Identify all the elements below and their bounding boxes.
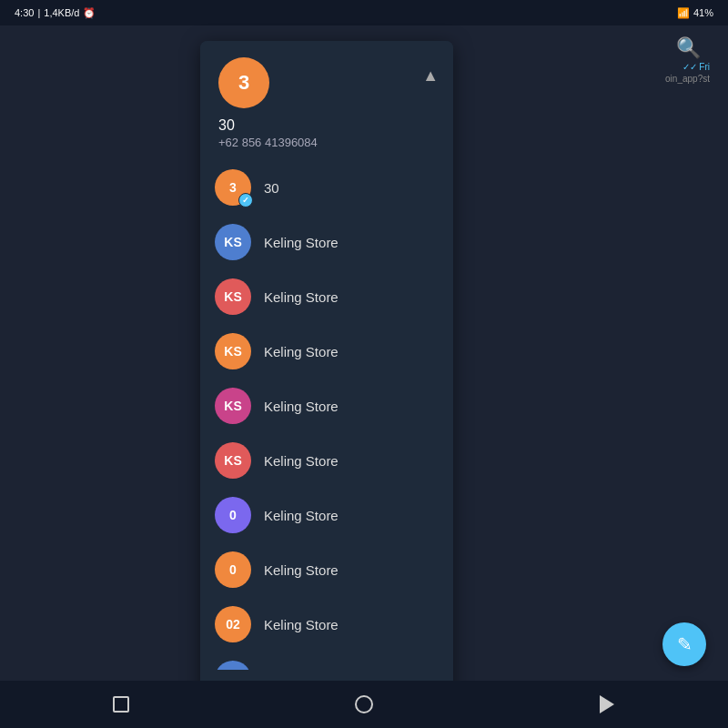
account-avatar: KS [215,388,251,424]
account-avatar: KS [215,224,251,260]
battery-label: 41% [693,7,713,18]
account-avatar: KS [215,442,251,479]
account-switcher-panel: 3 30 +62 856 41396084 ▲ 3✓30KSKeling Sto… [200,41,453,728]
account-avatar: KS [215,278,251,315]
account-name-label: Keling Store [264,289,339,305]
account-item[interactable]: 0Keling Store [200,488,453,542]
circle-icon [355,695,373,713]
account-item[interactable]: 0Keling Store [200,542,453,597]
accounts-list: 3✓30KSKeling StoreKSKeling StoreKSKeling… [200,160,453,670]
chevron-up-icon[interactable]: ▲ [422,66,439,86]
time-label: 4:30 [15,7,34,18]
network-speed: 1,4KB/d [44,7,79,18]
account-name-label: Keling Store [264,508,339,523]
active-check-badge: ✓ [238,193,253,207]
status-right: 📶 41% [677,7,713,19]
account-name-label: Keling Store [264,562,339,578]
status-bar: 4:30 | 1,4KB/d ⏰ 📶 41% [0,0,728,25]
search-icon[interactable]: 🔍 [676,36,701,60]
account-item[interactable]: KSKeling Store [200,324,453,379]
account-item[interactable]: KSKeling Store [200,379,453,433]
account-name-label: Keling Store [264,453,339,469]
account-name-label: 30 [264,180,279,196]
network-label: | [37,7,40,18]
account-name-label: Keling Store [264,235,339,250]
account-avatar: 01 [215,661,251,670]
account-name-label: Keling Store [264,344,339,359]
account-item[interactable]: KSKeling Store [200,269,453,324]
account-avatar: 0 [215,551,251,588]
square-icon [113,696,129,713]
account-name-label: Keling Store [264,399,339,414]
account-item[interactable]: 01Keling Store [200,652,453,670]
nav-recents-button[interactable] [594,692,620,717]
nav-back-button[interactable] [351,692,377,717]
current-account-phone: +62 856 41396084 [218,136,435,149]
account-item[interactable]: 02Keling Store [200,597,453,652]
nav-home-button[interactable] [108,692,134,717]
account-name-label: Keling Store [264,617,339,632]
status-left: 4:30 | 1,4KB/d ⏰ [15,7,96,19]
chat-date: ✓✓ Fri [665,62,710,72]
chat-message-preview: oin_app?st [665,74,710,84]
account-avatar: 0 [215,497,251,533]
account-item[interactable]: 3✓30 [200,160,453,215]
panel-header: 3 30 +62 856 41396084 ▲ [200,41,453,160]
chat-preview: ✓✓ Fri oin_app?st [665,62,710,84]
compose-fab[interactable]: ✎ [662,622,706,666]
current-account-avatar: 3 [218,57,269,108]
navigation-bar [0,681,728,728]
current-account-name: 30 [218,117,435,134]
triangle-icon [600,695,614,713]
account-avatar: 02 [215,606,251,642]
compose-icon: ✎ [677,633,693,655]
account-item[interactable]: KSKeling Store [200,433,453,488]
account-item[interactable]: KSKeling Store [200,215,453,269]
alarm-icon: ⏰ [83,7,96,19]
signal-icon: 📶 [677,7,690,19]
account-avatar: 3✓ [215,169,251,206]
account-avatar: KS [215,333,251,369]
